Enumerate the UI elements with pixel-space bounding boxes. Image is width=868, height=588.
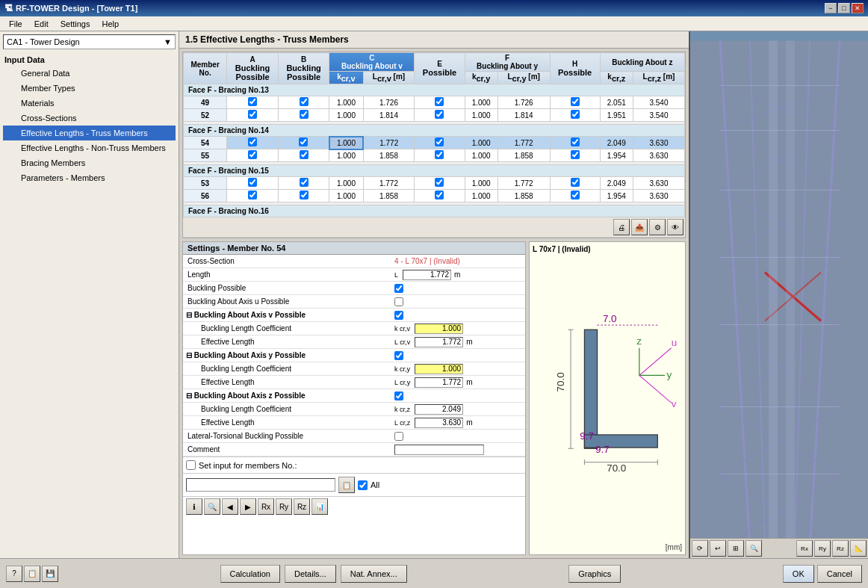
kcr-y-cell[interactable]: 1.000 [465,177,497,190]
buckling-a-cell[interactable] [227,177,279,190]
setting-input-8[interactable] [415,364,463,374]
render-icon[interactable]: 📐 [850,540,867,557]
setting-input-6[interactable] [415,337,463,347]
buckling-b-cell[interactable] [278,190,329,202]
kcr-y-cell[interactable]: 1.000 [465,96,497,109]
table-row[interactable]: 49 1.000 1.726 1.000 1.726 2.051 3.540 [184,96,685,109]
details-button[interactable]: Details... [285,565,336,583]
lcr-z-cell[interactable]: 3.630 [633,177,684,190]
all-checkbox[interactable] [358,480,368,490]
kcr-z-cell[interactable]: 2.049 [600,137,633,149]
nat-annex-button[interactable]: Nat. Annex... [341,565,407,583]
lcr-v-cell[interactable]: 1.814 [363,109,415,122]
prev-member-icon[interactable]: ◀ [222,498,238,515]
back-icon[interactable]: ↩ [710,540,726,557]
lcr-y-cell[interactable]: 1.858 [497,149,550,162]
export-icon[interactable]: 📤 [631,219,648,235]
x-axis-icon[interactable]: Rx [796,540,813,557]
possible-h-cell[interactable] [550,190,600,202]
comment-input[interactable] [394,445,484,455]
kcr-z-cell[interactable]: 2.051 [600,96,633,109]
export2-icon[interactable]: 📊 [311,498,328,515]
possible-h-cell[interactable] [550,137,600,149]
help-icon[interactable]: ? [6,566,22,582]
save-icon[interactable]: 💾 [42,566,58,582]
buckling-b-cell[interactable] [278,137,329,149]
set-icon[interactable]: 📋 [338,477,355,493]
chart-x-icon[interactable]: Rx [258,498,274,515]
buckling-a-cell[interactable] [227,96,279,109]
sidebar-item-member-types[interactable]: Member Types [3,81,176,96]
menu-help[interactable]: Help [96,18,125,30]
possible-e-cell[interactable] [415,109,465,122]
table-row[interactable]: 52 1.000 1.814 1.000 1.814 1.951 3.540 [184,109,685,122]
sidebar-item-materials[interactable]: Materials [3,96,176,111]
setting-checkbox-10[interactable] [394,392,403,400]
buckling-b-cell[interactable] [278,96,329,109]
setting-input-12[interactable] [415,418,463,428]
table-row[interactable]: 55 1.000 1.858 1.000 1.858 1.954 3.630 [184,149,685,162]
ok-button[interactable]: OK [783,565,814,583]
table-row[interactable]: 53 1.000 1.772 1.000 1.772 2.049 3.630 [184,177,685,190]
buckling-a-cell[interactable] [227,149,279,162]
menu-edit[interactable]: Edit [28,18,55,30]
setting-checkbox-7[interactable] [394,351,403,360]
kcr-v-cell[interactable]: 1.000 [329,149,363,162]
lcr-y-cell[interactable]: 1.726 [497,96,550,109]
copy-icon[interactable]: 📋 [24,566,40,582]
settings-label-10[interactable]: ⊟ Buckling About Axis z Possible [183,390,392,401]
possible-e-cell[interactable] [415,149,465,162]
calculation-button[interactable]: Calculation [220,565,280,583]
lcr-y-cell[interactable]: 1.858 [497,190,550,202]
view-icon[interactable]: 👁 [667,219,683,235]
lcr-z-cell[interactable]: 3.630 [633,137,684,149]
lcr-y-cell[interactable]: 1.772 [497,177,550,190]
possible-h-cell[interactable] [550,109,600,122]
sidebar-item-cross-sections[interactable]: Cross-Sections [3,111,176,126]
buckling-a-cell[interactable] [227,137,279,149]
project-dropdown[interactable]: CA1 - Tower Design ▼ [3,34,176,49]
kcr-z-cell[interactable]: 1.954 [600,149,633,162]
possible-e-cell[interactable] [415,137,465,149]
settings-label-7[interactable]: ⊟ Buckling About Axis y Possible [183,350,392,361]
lcr-v-cell[interactable]: 1.858 [363,149,415,162]
possible-e-cell[interactable] [415,177,465,190]
rotate-icon[interactable]: ⟳ [692,540,708,557]
graphics-button[interactable]: Graphics [568,565,621,583]
sidebar-item-bracing-members[interactable]: Bracing Members [3,155,176,170]
maximize-button[interactable]: □ [838,3,850,13]
next-member-icon[interactable]: ▶ [240,498,256,515]
sidebar-item-general-data[interactable]: General Data [3,66,176,81]
menu-settings[interactable]: Settings [55,18,96,30]
setting-input-1[interactable] [403,270,451,280]
lcr-z-cell[interactable]: 3.630 [633,149,684,162]
lcr-v-cell[interactable]: 1.726 [363,96,415,109]
setting-input-9[interactable] [415,377,463,388]
lcr-z-cell[interactable]: 3.540 [633,109,684,122]
sidebar-item-effective-lengths-nontruss[interactable]: Effective Lengths - Non-Truss Members [3,140,176,155]
lcr-v-cell[interactable]: 1.772 [363,137,415,149]
lcr-y-cell[interactable]: 1.772 [497,137,550,149]
setting-input-11[interactable] [415,404,463,415]
kcr-z-cell[interactable]: 2.049 [600,177,633,190]
lcr-v-cell[interactable]: 1.772 [363,177,415,190]
chart-y-icon[interactable]: Ry [276,498,292,515]
kcr-v-cell[interactable]: 1.000 [329,137,363,149]
buckling-a-cell[interactable] [227,109,279,122]
kcr-v-cell[interactable]: 1.000 [329,96,363,109]
cancel-button[interactable]: Cancel [817,565,862,583]
zoom-in-3d-icon[interactable]: 🔍 [745,540,762,557]
lcr-v-cell[interactable]: 1.858 [363,190,415,202]
kcr-y-cell[interactable]: 1.000 [465,137,497,149]
lcr-z-cell[interactable]: 3.630 [633,190,684,202]
possible-h-cell[interactable] [550,96,600,109]
chart-z-icon[interactable]: Rz [294,498,310,515]
info-icon[interactable]: ℹ [186,498,202,515]
set-input-checkbox[interactable] [186,460,196,470]
possible-e-cell[interactable] [415,190,465,202]
kcr-y-cell[interactable]: 1.000 [465,149,497,162]
print-icon[interactable]: 🖨 [613,219,630,235]
sidebar-item-effective-lengths-truss[interactable]: Effective Lengths - Truss Members [3,126,176,140]
lcr-z-cell[interactable]: 3.540 [633,96,684,109]
zoom-section-icon[interactable]: 🔍 [204,498,220,515]
